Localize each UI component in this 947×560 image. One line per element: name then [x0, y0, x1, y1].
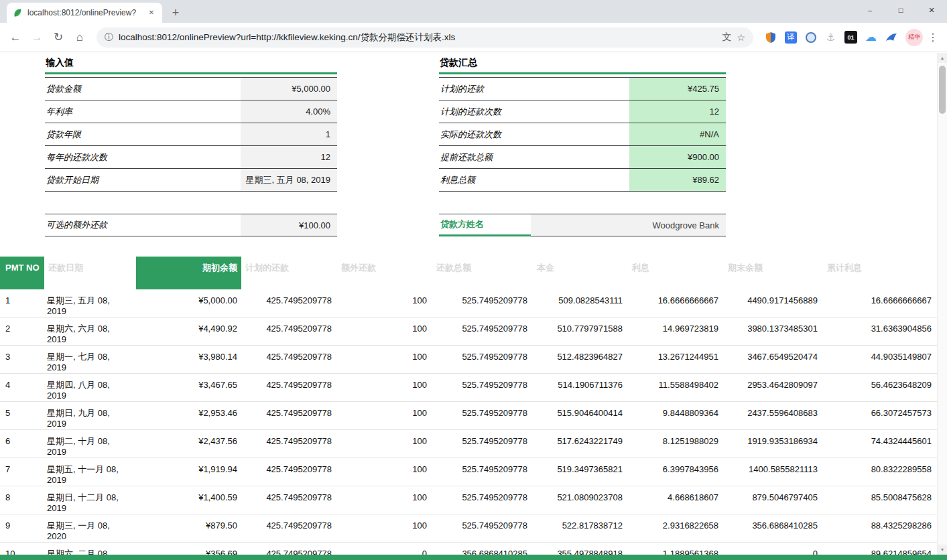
forward-button[interactable]: →	[27, 27, 47, 48]
table-cell: 3	[0, 346, 44, 374]
header-beginning-balance: 期初余额	[136, 257, 241, 289]
address-bar[interactable]: ⓘ localhost:8012/onlinePreview?url=http:…	[97, 27, 753, 48]
table-cell: 星期日, 十二月 08, 2019	[44, 486, 136, 514]
translate-extension-icon[interactable]: 译	[784, 31, 797, 44]
row-value: 1	[241, 123, 337, 145]
table-cell: 525.7495209778	[432, 318, 533, 346]
table-cell: 8	[0, 486, 44, 514]
table-row: 9星期三, 一月 08, 2020¥879.50425.749520977810…	[0, 514, 937, 543]
preview-content: 输入值 贷款金额¥5,000.00年利率4.00%贷款年限1每年的还款次数12贷…	[0, 53, 947, 560]
home-button[interactable]: ⌂	[70, 27, 90, 48]
input-row: 年利率4.00%	[45, 100, 337, 123]
row-value: ¥900.00	[629, 146, 726, 168]
table-cell: 5	[0, 402, 44, 430]
back-button[interactable]: ←	[5, 27, 25, 48]
row-label: 年利率	[45, 100, 241, 123]
input-row: 贷款金额¥5,000.00	[45, 78, 337, 100]
input-row: 实际的还款次数#N/A	[439, 123, 726, 146]
amortization-table: PMT NO 还款日期 期初余额 计划的还款 额外还款 还款总额 本金 利息 期…	[0, 257, 937, 560]
table-cell: 6.3997843956	[628, 458, 724, 486]
table-row: 5星期日, 九月 08, 2019¥2,953.46425.7495209778…	[0, 402, 937, 430]
table-cell: 521.0809023708	[533, 486, 628, 514]
top-panels: 输入值 贷款金额¥5,000.00年利率4.00%贷款年限1每年的还款次数12贷…	[0, 53, 937, 232]
table-cell: 525.7495209778	[432, 374, 533, 402]
table-cell: 425.7495209778	[241, 486, 337, 514]
table-cell: 9.8448809364	[628, 402, 724, 430]
summary-panel: 贷款汇总 计划的还款¥425.75计划的还款次数12实际的还款次数#N/A提前还…	[439, 57, 726, 236]
row-value: ¥89.62	[629, 169, 726, 191]
row-label: 贷款年限	[45, 123, 241, 145]
table-row: 1星期三, 五月 08, 2019¥5,000.00425.7495209778…	[0, 289, 937, 318]
bookmark-star-icon[interactable]: ☆	[737, 32, 745, 43]
summary-rows: 计划的还款¥425.75计划的还款次数12实际的还款次数#N/A提前还款总额¥9…	[439, 77, 726, 192]
table-cell: 100	[337, 430, 432, 458]
shield-extension-icon[interactable]	[764, 31, 777, 44]
table-cell: 517.6243221749	[533, 430, 628, 458]
table-cell: 515.9046400414	[533, 402, 628, 430]
browser-tab[interactable]: localhost:8012/onlinePreview? ✕	[7, 3, 162, 23]
table-cell: 4	[0, 374, 44, 402]
summary-panel-title: 贷款汇总	[439, 57, 726, 74]
vertical-scrollbar[interactable]: ▲ ▼	[937, 53, 947, 555]
new-tab-button[interactable]: +	[166, 3, 185, 22]
table-cell: 14.969723819	[628, 318, 724, 346]
extra-payment-row: 可选的额外还款 ¥100.00	[45, 214, 337, 236]
scrollbar-thumb[interactable]	[939, 66, 946, 114]
table-cell: 2	[0, 318, 44, 346]
table-cell: ¥879.50	[136, 514, 241, 543]
row-value: ¥5,000.00	[241, 78, 337, 100]
table-row: 2星期六, 六月 08, 2019¥4,490.92425.7495209778…	[0, 318, 937, 346]
browser-toolbar: ← → ↻ ⌂ ⓘ localhost:8012/onlinePreview?u…	[0, 23, 947, 52]
row-label: 计划的还款	[439, 78, 629, 100]
table-cell: 4490.9171456889	[724, 289, 823, 318]
browser-menu-icon[interactable]: ⋮	[924, 29, 942, 46]
table-cell: 80.8322289558	[823, 458, 937, 486]
row-value: 12	[629, 100, 726, 123]
header-interest: 利息	[628, 257, 724, 289]
anchor-extension-icon[interactable]: ⚓	[824, 31, 837, 44]
table-cell: 510.7797971588	[533, 318, 628, 346]
table-cell: 525.7495209778	[432, 514, 533, 543]
row-label: 利息总额	[439, 169, 629, 191]
close-button[interactable]: ✕	[916, 0, 947, 20]
table-cell: 11.5588498402	[628, 374, 724, 402]
profile-avatar[interactable]: 精华	[905, 29, 923, 46]
row-label: 可选的额外还款	[45, 214, 241, 236]
table-cell: 514.1906711376	[533, 374, 628, 402]
row-label: 每年的还款次数	[45, 146, 241, 168]
page-info-icon[interactable]: ⓘ	[105, 31, 113, 44]
table-cell: 425.7495209778	[241, 430, 337, 458]
row-label: 实际的还款次数	[439, 123, 629, 145]
table-cell: 100	[337, 289, 432, 318]
cloud-extension-icon[interactable]: ☁	[865, 31, 877, 44]
table-row: 7星期五, 十一月 08, 2019¥1,919.94425.749520977…	[0, 458, 937, 486]
table-cell: 44.9035149807	[823, 346, 937, 374]
table-cell: 100	[337, 318, 432, 346]
table-cell: 2953.4642809097	[724, 374, 823, 402]
header-scheduled-payment: 计划的还款	[241, 257, 337, 289]
tab-close-icon[interactable]: ✕	[146, 7, 157, 18]
translate-icon[interactable]: 文	[722, 31, 731, 44]
maximize-button[interactable]: □	[885, 0, 916, 20]
globe-extension-icon[interactable]	[804, 31, 817, 44]
tab-strip: localhost:8012/onlinePreview? ✕ + – □ ✕	[0, 0, 947, 23]
counter-badge-extension-icon[interactable]: 01	[844, 31, 857, 44]
table-cell: 425.7495209778	[241, 374, 337, 402]
table-cell: 3980.1373485301	[724, 318, 823, 346]
page-footer-bar	[0, 555, 947, 560]
input-row: 利息总额¥89.62	[439, 169, 726, 192]
table-cell: 16.6666666667	[628, 289, 724, 318]
table-cell: 1400.5855821113	[724, 458, 823, 486]
table-cell: ¥3,467.65	[136, 374, 241, 402]
kkfileview-leaf-icon	[12, 7, 23, 18]
table-cell: 88.4325298286	[823, 514, 937, 543]
refresh-button[interactable]: ↻	[48, 27, 68, 48]
table-cell: 525.7495209778	[432, 346, 533, 374]
minimize-button[interactable]: –	[855, 0, 885, 20]
row-value: 4.00%	[241, 100, 337, 123]
table-cell: 56.4623648209	[823, 374, 937, 402]
scroll-up-button[interactable]: ▲	[938, 53, 947, 63]
scroll-down-button[interactable]: ▼	[938, 545, 947, 555]
bird-extension-icon[interactable]	[885, 31, 897, 44]
table-cell: 879.5046797405	[724, 486, 823, 514]
